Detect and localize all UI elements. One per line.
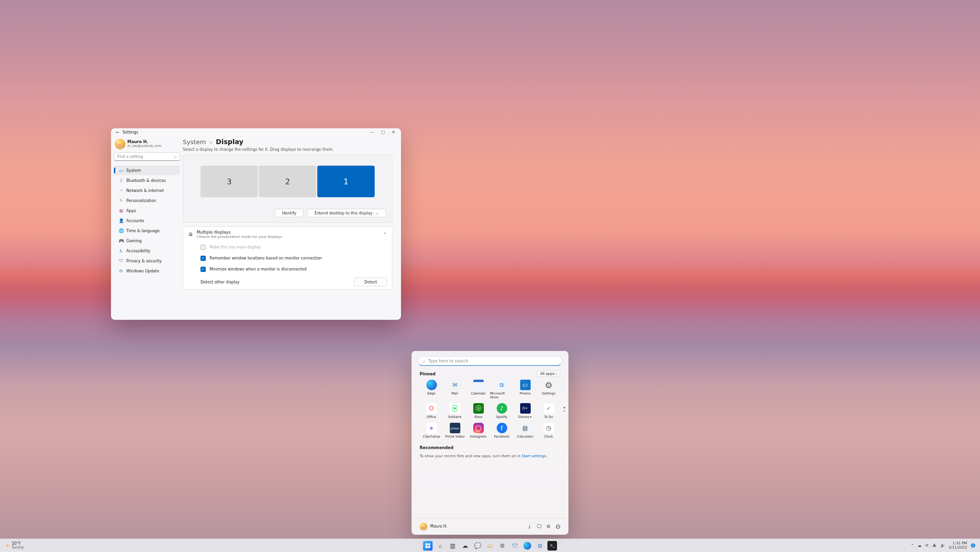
volume-icon[interactable]: 🔊 xyxy=(940,543,945,548)
monitor-3[interactable]: 3 xyxy=(200,166,258,197)
tile-mail[interactable]: ✉Mail xyxy=(443,380,467,399)
monitor-2[interactable]: 2 xyxy=(259,166,316,197)
task-view-button[interactable]: ▥ xyxy=(448,541,457,551)
breadcrumb: System › Display xyxy=(183,138,392,146)
minimize-checkbox[interactable]: ✓ xyxy=(200,267,206,272)
nav-apps[interactable]: ▦ Apps xyxy=(114,206,180,215)
pager-dot xyxy=(564,410,565,412)
clipchamp-icon: ⎈ xyxy=(426,423,437,433)
explorer-button[interactable]: 🗂 xyxy=(485,541,495,551)
calendar-icon xyxy=(473,380,484,390)
pinned-label: Pinned xyxy=(420,372,435,376)
tile-calculator[interactable]: ▤Calculator xyxy=(513,423,537,439)
download-icon[interactable]: ⭳ xyxy=(527,524,532,529)
remember-locations-row[interactable]: ✓ Remember window locations based on mon… xyxy=(183,253,392,264)
tile-office[interactable]: OOffice xyxy=(420,403,443,419)
tile-photos[interactable]: ▭Photos xyxy=(513,380,537,399)
tile-store[interactable]: ⧉Microsoft Store xyxy=(490,380,513,399)
tile-edge[interactable]: Edge xyxy=(420,380,443,399)
gear-icon[interactable]: ⚙ xyxy=(546,524,551,529)
search-input[interactable]: Find a setting ⌕ xyxy=(114,152,180,161)
terminal-taskbar[interactable]: >_ xyxy=(547,541,557,551)
tile-clipchamp[interactable]: ⎈Clipchamp xyxy=(420,423,443,439)
page-description: Select a display to change the settings … xyxy=(183,147,392,152)
globe-icon: 🌐 xyxy=(118,228,124,233)
monitor-1[interactable]: 1 xyxy=(317,166,375,197)
tile-settings[interactable]: ⚙Settings xyxy=(537,380,560,399)
clock[interactable]: 1:31 PM 2/11/2022 xyxy=(949,541,967,550)
nav-system[interactable]: ▭ System xyxy=(114,166,180,175)
nav-accounts[interactable]: 👤 Accounts xyxy=(114,216,180,225)
update-icon[interactable]: ⟳ xyxy=(925,543,929,548)
nav-time-language[interactable]: 🌐 Time & language xyxy=(114,226,180,236)
start-button[interactable] xyxy=(423,541,433,551)
prime-icon: prime xyxy=(450,423,460,433)
tile-todo[interactable]: ✓To Do xyxy=(537,403,560,419)
nav-bluetooth[interactable]: ᛒ Bluetooth & devices xyxy=(114,176,180,185)
start-search[interactable]: ⌕ Type here to search xyxy=(418,356,562,366)
remember-checkbox[interactable]: ✓ xyxy=(200,256,206,261)
nav-windows-update[interactable]: ⟳ Windows Update xyxy=(114,266,180,276)
close-button[interactable]: ✕ xyxy=(391,130,395,135)
remember-label: Remember window locations based on monit… xyxy=(210,256,322,260)
person-icon: 👤 xyxy=(118,218,124,223)
security-button[interactable]: 🛡 xyxy=(510,541,520,551)
all-apps-button[interactable]: All apps xyxy=(537,371,560,377)
extend-dropdown[interactable]: Extend desktop to this display xyxy=(307,209,386,217)
card-desc: Choose the presentation mode for your di… xyxy=(197,235,383,239)
nav-network[interactable]: ⌔ Network & internet xyxy=(114,186,180,195)
power-icon[interactable]: ⏻ xyxy=(556,524,560,529)
system-tray: ⌃ ☁ ⟳ 🖧 🔊 1:31 PM 2/11/2022 2 xyxy=(911,541,980,550)
weather-widget[interactable]: ☀ 50°F Sunny xyxy=(0,542,77,550)
search-button[interactable]: ⌕ xyxy=(435,541,445,551)
search-icon: ⌕ xyxy=(174,154,177,159)
settings-taskbar[interactable]: ⚙ xyxy=(498,541,507,551)
start-settings-link[interactable]: Start settings xyxy=(522,454,546,458)
onedrive-icon[interactable]: ☁ xyxy=(918,543,922,548)
chat-button[interactable]: 💬 xyxy=(473,541,482,551)
breadcrumb-root[interactable]: System xyxy=(183,138,206,146)
tile-spotify[interactable]: ♪Spotify xyxy=(490,403,513,419)
user-profile[interactable]: Mauro H. m_lab@outlook.com xyxy=(114,138,180,152)
chevron-right-icon: › xyxy=(210,139,212,146)
xbox-icon: ⓧ xyxy=(473,403,484,414)
laptop-icon: ▭ xyxy=(118,168,124,173)
multiple-displays-header[interactable]: 🖥 Multiple displays Choose the presentat… xyxy=(183,227,392,242)
back-button[interactable]: ← xyxy=(113,130,122,135)
tile-calendar[interactable]: Calendar xyxy=(467,380,490,399)
tray-chevron[interactable]: ⌃ xyxy=(911,543,914,548)
avatar[interactable] xyxy=(420,523,427,530)
widgets-button[interactable]: ☁ xyxy=(460,541,470,551)
store-taskbar[interactable]: ⧉ xyxy=(535,541,545,551)
nav-accessibility[interactable]: ♿ Accessibility xyxy=(114,246,180,256)
update-icon: ⟳ xyxy=(118,269,124,273)
tile-disney[interactable]: D+Disney+ xyxy=(513,403,537,419)
maximize-button[interactable]: ▢ xyxy=(381,130,385,135)
mail-icon: ✉ xyxy=(450,380,460,390)
weather-desc: Sunny xyxy=(12,546,24,550)
detect-button[interactable]: Detect xyxy=(354,278,387,286)
user-name: Mauro H. xyxy=(127,140,161,144)
gear-icon: ⚙ xyxy=(544,380,554,390)
monitor-icon[interactable]: 🖵 xyxy=(537,524,542,529)
edge-taskbar[interactable] xyxy=(523,541,532,551)
notification-badge[interactable]: 2 xyxy=(971,543,975,548)
calculator-icon: ▤ xyxy=(520,423,531,433)
tile-solitaire[interactable]: 🃏Solitaire xyxy=(443,403,467,419)
identify-button[interactable]: Identify xyxy=(275,209,303,217)
footer-user-name[interactable]: Mauro H. xyxy=(430,524,447,529)
network-icon[interactable]: 🖧 xyxy=(933,543,936,548)
nav-gaming[interactable]: 🎮 Gaming xyxy=(114,236,180,246)
tile-clock[interactable]: ◷Clock xyxy=(537,423,560,439)
minimize-button[interactable]: — xyxy=(370,130,374,135)
tile-facebook[interactable]: fFacebook xyxy=(490,423,513,439)
tile-prime-video[interactable]: primePrime Video xyxy=(443,423,467,439)
tile-xbox[interactable]: ⓧXbox xyxy=(467,403,490,419)
tile-instagram[interactable]: ◯Instagram xyxy=(467,423,490,439)
minimize-on-disconnect-row[interactable]: ✓ Minimize windows when a monitor is dis… xyxy=(183,264,392,275)
recommended-label: Recommended xyxy=(420,445,454,450)
display-arrangement[interactable]: 3 2 1 Identify Extend desktop to this di… xyxy=(183,155,392,223)
nav-personalization[interactable]: ✎ Personalization xyxy=(114,196,180,205)
nav-privacy[interactable]: 🛡 Privacy & security xyxy=(114,256,180,266)
pager[interactable] xyxy=(564,407,565,412)
